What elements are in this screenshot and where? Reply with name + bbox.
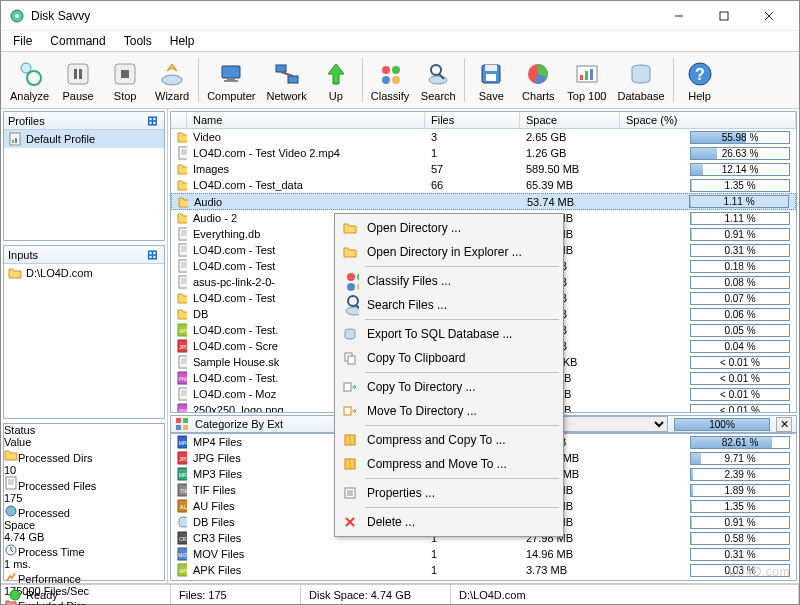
col-icon[interactable] bbox=[171, 112, 187, 128]
list-item[interactable]: D:\LO4D.com bbox=[4, 264, 164, 282]
save-button[interactable]: Save bbox=[468, 54, 514, 106]
menu-command[interactable]: Command bbox=[42, 32, 113, 50]
jpg-icon: JPG bbox=[177, 451, 187, 465]
svg-point-21 bbox=[382, 66, 390, 74]
add-profile-icon[interactable]: ⊞ bbox=[144, 113, 160, 128]
analyze-button[interactable]: Analyze bbox=[5, 54, 54, 106]
status-col-status[interactable]: Status bbox=[4, 424, 104, 436]
jpg-icon: JPG bbox=[177, 339, 187, 353]
perf-icon bbox=[4, 570, 18, 584]
top 100-button[interactable]: Top 100 bbox=[562, 54, 611, 106]
percent-bar: 0.58 % bbox=[690, 532, 790, 545]
col-space[interactable]: Space bbox=[520, 112, 620, 128]
mp3-icon: MP3 bbox=[177, 467, 187, 481]
ctx-compress-and-move-to[interactable]: Compress and Move To ... bbox=[337, 452, 561, 476]
ctx-delete[interactable]: Delete ... bbox=[337, 510, 561, 534]
menu-help[interactable]: Help bbox=[162, 32, 203, 50]
folder-icon bbox=[177, 178, 187, 192]
props-icon bbox=[341, 485, 359, 501]
wizard-button[interactable]: Wizard bbox=[149, 54, 195, 106]
delete-icon bbox=[341, 514, 359, 530]
table-row[interactable]: Images57589.50 MB12.14 % bbox=[171, 161, 796, 177]
file-icon bbox=[177, 259, 187, 273]
svg-point-14 bbox=[162, 75, 182, 85]
folder-icon bbox=[8, 266, 22, 280]
pause-button[interactable]: Pause bbox=[55, 54, 101, 106]
svg-rect-16 bbox=[227, 78, 235, 80]
ctx-export-to-sql-database[interactable]: Export To SQL Database ... bbox=[337, 322, 561, 346]
percent-bar: 0.91 % bbox=[690, 228, 790, 241]
context-menu[interactable]: Open Directory ...Open Directory in Expl… bbox=[334, 213, 564, 537]
ctx-search-files[interactable]: Search Files ... bbox=[337, 293, 561, 317]
table-row[interactable]: APKAPK Files13.73 MB0.03 % bbox=[171, 562, 796, 578]
svg-rect-29 bbox=[485, 65, 497, 71]
svg-text:PNG: PNG bbox=[179, 408, 187, 412]
add-input-icon[interactable]: ⊞ bbox=[144, 247, 160, 262]
col-files[interactable]: Files bbox=[425, 112, 520, 128]
status-col-value[interactable]: Value bbox=[4, 436, 164, 448]
wizard-icon bbox=[157, 59, 187, 89]
svg-point-115 bbox=[10, 590, 20, 600]
svg-point-22 bbox=[392, 66, 400, 74]
pause-icon bbox=[63, 59, 93, 89]
list-item[interactable]: Default Profile bbox=[4, 130, 164, 148]
table-row[interactable]: LO4D.com - Test Video 2.mp411.26 GB26.63… bbox=[171, 145, 796, 161]
close-button[interactable] bbox=[746, 2, 791, 30]
svg-rect-17 bbox=[224, 80, 238, 82]
svg-rect-13 bbox=[121, 70, 129, 78]
stop-button[interactable]: Stop bbox=[102, 54, 148, 106]
help-icon: ? bbox=[685, 59, 715, 89]
folder-icon bbox=[341, 220, 359, 236]
percent-bar: 12.14 % bbox=[690, 163, 790, 176]
ctx-properties[interactable]: Properties ... bbox=[337, 481, 561, 505]
col-pct[interactable]: Space (%) bbox=[620, 112, 796, 128]
svg-rect-42 bbox=[6, 477, 16, 489]
ctx-copy-to-directory[interactable]: Copy To Directory ... bbox=[337, 375, 561, 399]
copyto-icon bbox=[341, 379, 359, 395]
profiles-list[interactable]: Default Profile bbox=[4, 130, 164, 240]
ready-icon bbox=[9, 589, 21, 601]
ctx-open-directory-in-explorer[interactable]: Open Directory in Explorer ... bbox=[337, 240, 561, 264]
up-button[interactable]: Up bbox=[313, 54, 359, 106]
toolbar: AnalyzePauseStopWizardComputerNetworkUpC… bbox=[1, 51, 799, 109]
svg-rect-3 bbox=[720, 12, 728, 20]
apk-icon: APK bbox=[177, 563, 187, 577]
charts-button[interactable]: Charts bbox=[515, 54, 561, 106]
svg-rect-125 bbox=[348, 356, 355, 364]
file-icon bbox=[4, 476, 18, 490]
minimize-button[interactable] bbox=[656, 2, 701, 30]
computer-button[interactable]: Computer bbox=[202, 54, 260, 106]
table-row[interactable]: Video32.65 GB55.98 % bbox=[171, 129, 796, 145]
svg-rect-66 bbox=[179, 260, 187, 272]
folder-icon bbox=[4, 448, 18, 462]
inputs-list[interactable]: D:\LO4D.com bbox=[4, 264, 164, 418]
close-categorize-icon[interactable]: ✕ bbox=[776, 417, 792, 432]
folder-icon bbox=[177, 307, 187, 321]
maximize-button[interactable] bbox=[701, 2, 746, 30]
table-row[interactable]: LO4D.com - Test_data6665.39 MB1.35 % bbox=[171, 177, 796, 193]
ctx-classify-files[interactable]: Classify Files ... bbox=[337, 269, 561, 293]
menu-file[interactable]: File bbox=[5, 32, 40, 50]
menubar: FileCommandToolsHelp bbox=[1, 31, 799, 51]
help-button[interactable]: ?Help bbox=[677, 54, 723, 106]
classify-button[interactable]: Classify bbox=[366, 54, 415, 106]
statusbar: Ready Files: 175 Disk Space: 4.74 GB D:\… bbox=[1, 584, 799, 604]
svg-rect-58 bbox=[179, 228, 187, 240]
up-icon bbox=[321, 59, 351, 89]
database-button[interactable]: Database bbox=[612, 54, 669, 106]
col-name[interactable]: Name bbox=[187, 112, 425, 128]
folder-icon bbox=[177, 162, 187, 176]
ctx-copy-to-clipboard[interactable]: Copy To Clipboard bbox=[337, 346, 561, 370]
ctx-compress-and-copy-to[interactable]: Compress and Copy To ... bbox=[337, 428, 561, 452]
table-row[interactable]: MOVMOV Files114.96 MB0.31 % bbox=[171, 546, 796, 562]
search-button[interactable]: Search bbox=[415, 54, 461, 106]
svg-text:AU: AU bbox=[180, 504, 187, 510]
table-row[interactable]: Audio53.74 MB1.11 % bbox=[171, 193, 796, 210]
ctx-open-directory[interactable]: Open Directory ... bbox=[337, 216, 561, 240]
inputs-title: Inputs bbox=[8, 249, 144, 261]
top100-icon bbox=[572, 59, 602, 89]
network-button[interactable]: Network bbox=[261, 54, 311, 106]
menu-tools[interactable]: Tools bbox=[116, 32, 160, 50]
ctx-move-to-directory[interactable]: Move To Directory ... bbox=[337, 399, 561, 423]
folder-icon bbox=[178, 195, 188, 209]
